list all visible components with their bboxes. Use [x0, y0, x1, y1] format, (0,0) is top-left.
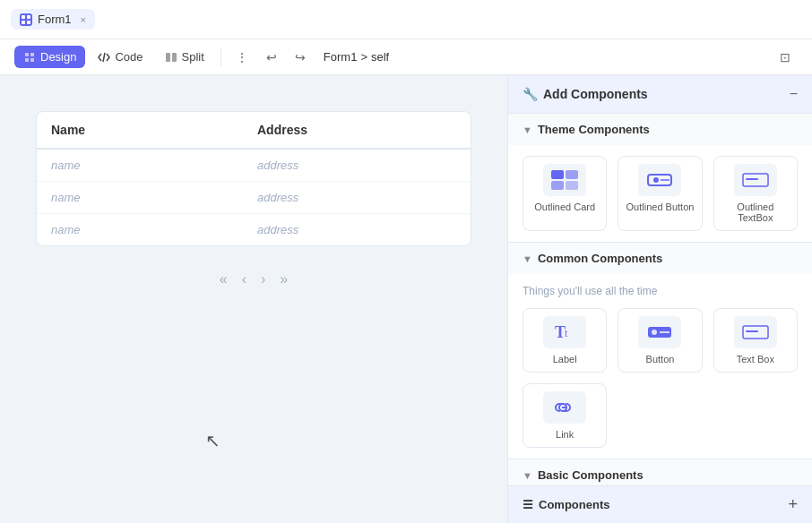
common-section-title: Common Components: [538, 252, 662, 265]
panel-title: 🔧 Add Components: [523, 87, 648, 101]
pagination-first[interactable]: «: [216, 268, 231, 291]
right-panel: 🔧 Add Components − ▼ Theme Components: [507, 75, 812, 523]
common-section-header[interactable]: ▼ Common Components: [508, 243, 812, 274]
theme-component-grid: Outlined Card Outlined Button: [523, 156, 798, 231]
svg-rect-6: [551, 170, 564, 179]
button-component-label: Button: [646, 354, 675, 364]
basic-chevron-icon: ▼: [523, 470, 532, 481]
code-label: Code: [115, 50, 143, 64]
svg-rect-5: [172, 53, 177, 62]
wrench-icon: 🔧: [523, 87, 538, 101]
common-chevron-icon: ▼: [523, 253, 532, 264]
split-label: Split: [182, 50, 204, 64]
redo-button[interactable]: ↪: [288, 46, 313, 69]
code-button[interactable]: Code: [89, 46, 151, 68]
label-item[interactable]: Tt Label: [523, 308, 607, 373]
label-component-label: Label: [553, 354, 577, 364]
theme-chevron-icon: ▼: [523, 124, 532, 135]
svg-rect-4: [166, 53, 170, 62]
basic-section-header[interactable]: ▼ Basic Components: [508, 459, 812, 485]
theme-section-header[interactable]: ▼ Theme Components: [508, 114, 812, 145]
main-area: Name Address name address name address n…: [0, 75, 812, 523]
design-label: Design: [40, 50, 76, 64]
svg-point-18: [652, 330, 657, 335]
outlined-textbox-item[interactable]: Outlined TextBox: [713, 156, 798, 231]
outlined-card-item[interactable]: Outlined Card: [523, 156, 607, 231]
components-icon: ☰: [523, 498, 533, 511]
pagination-prev[interactable]: ‹: [238, 268, 250, 291]
link-icon: [543, 391, 586, 424]
collapse-panel-button[interactable]: ⊡: [773, 46, 798, 69]
panel-header: 🔧 Add Components −: [508, 75, 812, 114]
cell-name-1: name: [51, 159, 257, 172]
toolbar: Design Code Split ⋮ ↩ ↪ Form1 > self ⊡: [0, 39, 812, 75]
more-options-button[interactable]: ⋮: [229, 46, 255, 69]
cursor-indicator: ↖: [205, 430, 220, 451]
common-section-body: Things you'll use all the time Tt Label: [508, 274, 812, 459]
common-section-description: Things you'll use all the time: [523, 285, 798, 297]
components-footer-label: Components: [539, 498, 609, 511]
breadcrumb: Form1 > self: [324, 50, 389, 64]
form1-tab-icon: [20, 13, 32, 26]
label-icon: Tt: [543, 316, 586, 348]
link-item[interactable]: Link: [523, 383, 607, 448]
pagination: « ‹ › »: [36, 268, 471, 291]
svg-rect-7: [566, 170, 578, 179]
svg-rect-21: [746, 330, 758, 332]
add-component-button[interactable]: +: [788, 495, 798, 514]
table-container: Name Address name address name address n…: [36, 111, 471, 246]
text-box-component-label: Text Box: [737, 354, 774, 364]
outlined-button-icon: [638, 164, 681, 196]
table-row: name address: [37, 182, 471, 214]
button-icon: [638, 316, 681, 348]
link-component-label: Link: [556, 429, 574, 440]
svg-rect-3: [27, 21, 30, 24]
panel-minus-button[interactable]: −: [790, 86, 798, 102]
theme-components-section: ▼ Theme Components Outlined Card: [508, 114, 812, 243]
add-components-label: Add Components: [543, 87, 648, 101]
components-footer-title: ☰ Components: [523, 498, 609, 511]
svg-point-11: [653, 177, 659, 183]
form1-tab[interactable]: Form1 ×: [11, 9, 95, 30]
outlined-card-icon: [543, 164, 586, 196]
form1-tab-label: Form1: [38, 13, 72, 26]
outlined-textbox-icon: [734, 164, 777, 196]
cell-name-3: name: [51, 223, 257, 236]
tab-bar: Form1 ×: [0, 0, 812, 39]
cell-address-1: address: [257, 159, 298, 172]
svg-rect-1: [27, 15, 30, 19]
outlined-textbox-label: Outlined TextBox: [721, 201, 790, 223]
breadcrumb-form: Form1: [324, 50, 358, 64]
svg-rect-14: [746, 178, 758, 180]
form1-tab-close[interactable]: ×: [81, 14, 86, 25]
outlined-button-label: Outlined Button: [626, 201, 695, 212]
table-row: name address: [37, 150, 471, 182]
text-box-item[interactable]: Text Box: [713, 308, 798, 373]
toolbar-right: ⊡: [773, 46, 798, 69]
col-name: Name: [51, 123, 257, 137]
cell-name-2: name: [51, 191, 257, 204]
table-row: name address: [37, 214, 471, 245]
undo-button[interactable]: ↩: [259, 46, 284, 69]
svg-rect-2: [22, 21, 25, 24]
theme-section-title: Theme Components: [538, 123, 650, 136]
svg-rect-9: [566, 181, 578, 190]
svg-rect-8: [551, 181, 564, 190]
pagination-last[interactable]: »: [276, 268, 291, 291]
split-button[interactable]: Split: [156, 46, 213, 68]
button-item[interactable]: Button: [618, 308, 702, 373]
common-component-grid: Tt Label Button: [523, 308, 798, 448]
outlined-button-item[interactable]: Outlined Button: [618, 156, 702, 231]
outlined-card-label: Outlined Card: [534, 201, 595, 212]
breadcrumb-arrow: >: [360, 50, 367, 64]
basic-section-title: Basic Components: [538, 468, 644, 482]
common-components-section: ▼ Common Components Things you'll use al…: [508, 243, 812, 459]
canvas: Name Address name address name address n…: [0, 75, 507, 523]
text-box-icon: [734, 316, 777, 348]
svg-rect-0: [22, 15, 25, 19]
pagination-next[interactable]: ›: [257, 268, 269, 291]
breadcrumb-self: self: [371, 50, 389, 64]
design-button[interactable]: Design: [14, 46, 85, 68]
theme-section-body: Outlined Card Outlined Button: [508, 145, 812, 242]
cell-address-2: address: [257, 191, 298, 204]
